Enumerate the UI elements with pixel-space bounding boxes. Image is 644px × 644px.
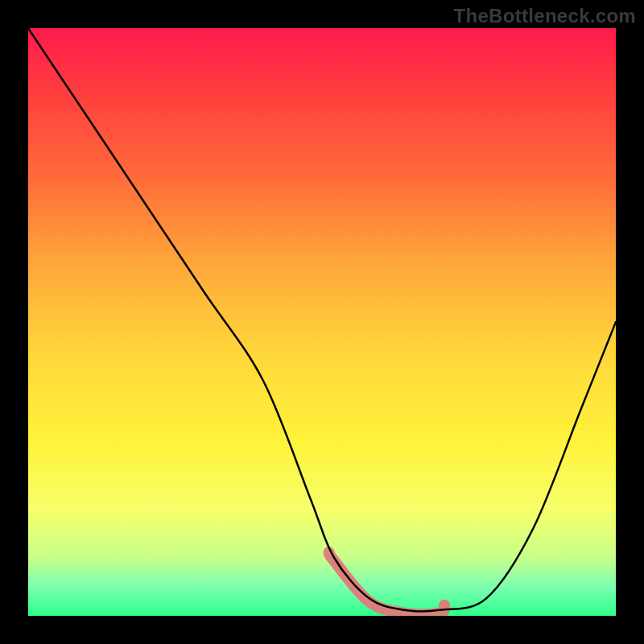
watermark-text: TheBottleneck.com (454, 5, 636, 27)
bottleneck-curve (28, 28, 616, 612)
highlight-region (329, 552, 444, 614)
chart-overlay (28, 28, 616, 616)
chart-frame: TheBottleneck.com (0, 0, 644, 644)
